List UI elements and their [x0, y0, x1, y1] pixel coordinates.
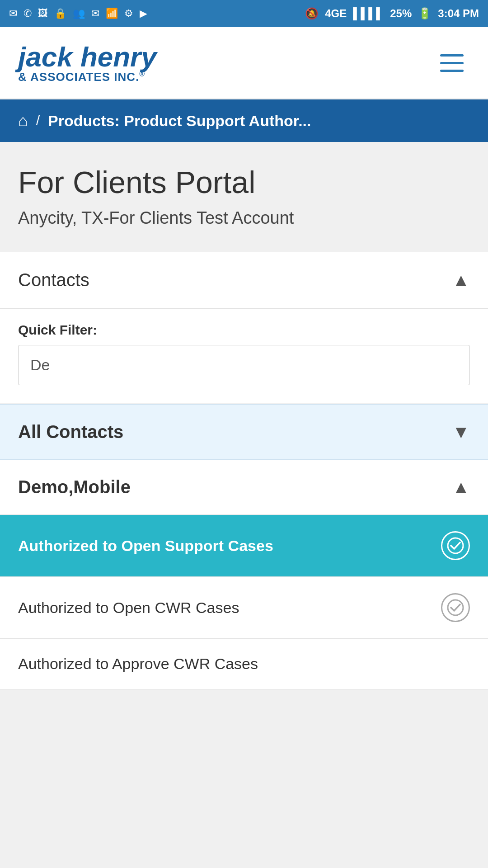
permission-item-support-cases[interactable]: Authorized to Open Support Cases: [0, 515, 488, 577]
time-label: 3:04 PM: [438, 7, 479, 20]
demo-mobile-header[interactable]: Demo,Mobile ▲: [0, 460, 488, 515]
battery-label: 25%: [390, 7, 412, 20]
quick-filter-input[interactable]: [18, 345, 470, 385]
quick-filter-label: Quick Filter:: [18, 322, 470, 338]
network-label: 4GE: [325, 7, 347, 20]
permission-item-approve-cwr[interactable]: Authorized to Approve CWR Cases: [0, 639, 488, 689]
wifi-icon: 📶: [106, 8, 118, 19]
page-title-section: For Clients Portal Anycity, TX-For Clien…: [0, 142, 488, 252]
logo: jack henry & ASSOCIATES INC.®: [18, 43, 157, 83]
demo-mobile-label: Demo,Mobile: [18, 477, 131, 497]
breadcrumb-text: Products: Product Support Author...: [48, 112, 311, 130]
svg-point-0: [448, 538, 463, 553]
call-icon: ✆: [23, 8, 32, 19]
svg-point-1: [448, 600, 463, 615]
permission-cwr-cases-label: Authorized to Open CWR Cases: [18, 599, 239, 617]
status-bar-left: ✉ ✆ 🖼 🔒 👥 ✉ 📶 ⚙ ▶: [9, 8, 147, 19]
demo-mobile-chevron-up-icon: ▲: [452, 477, 470, 497]
image-icon: 🖼: [38, 8, 48, 19]
settings-icon: ⚙: [124, 8, 133, 19]
status-bar-right: 🔕 4GE ▌▌▌▌ 25% 🔋 3:04 PM: [305, 7, 479, 20]
contacts-section: Contacts ▲ Quick Filter:: [0, 252, 488, 403]
page-subtitle: Anycity, TX-For Clients Test Account: [18, 207, 470, 229]
permission-support-cases-label: Authorized to Open Support Cases: [18, 537, 273, 555]
lock-icon: 🔒: [54, 8, 66, 19]
logo-sub: & ASSOCIATES INC.®: [18, 71, 157, 83]
checkmark-cwr-icon: [447, 599, 464, 616]
people-icon: 👥: [73, 8, 85, 19]
hamburger-line-3: [440, 70, 464, 72]
all-contacts-label: All Contacts: [18, 422, 123, 442]
breadcrumb: ⌂ / Products: Product Support Author...: [0, 99, 488, 142]
quick-filter-section: Quick Filter:: [0, 308, 488, 403]
contacts-header[interactable]: Contacts ▲: [0, 252, 488, 308]
hamburger-button[interactable]: [434, 45, 470, 81]
signal-icon: ▌▌▌▌: [353, 7, 384, 20]
all-contacts-chevron-down-icon: ▼: [452, 422, 470, 442]
breadcrumb-separator: /: [36, 113, 40, 128]
page-title: For Clients Portal: [18, 165, 470, 200]
permission-list: Authorized to Open Support Cases Authori…: [0, 515, 488, 689]
mail2-icon: ✉: [91, 8, 99, 19]
mail-icon: ✉: [9, 8, 17, 19]
status-bar: ✉ ✆ 🖼 🔒 👥 ✉ 📶 ⚙ ▶ 🔕 4GE ▌▌▌▌ 25% 🔋 3:04 …: [0, 0, 488, 27]
silent-icon: 🔕: [305, 7, 319, 20]
demo-mobile-section: Demo,Mobile ▲: [0, 460, 488, 515]
hamburger-line-1: [440, 54, 464, 57]
battery-icon: 🔋: [418, 7, 432, 20]
check-circle-cwr-cases: [441, 593, 470, 622]
all-contacts-row[interactable]: All Contacts ▼: [0, 404, 488, 460]
permission-item-cwr-cases[interactable]: Authorized to Open CWR Cases: [0, 577, 488, 639]
permission-approve-cwr-label: Authorized to Approve CWR Cases: [18, 655, 258, 673]
contacts-title: Contacts: [18, 270, 89, 290]
check-circle-support-cases: [441, 531, 470, 560]
header: jack henry & ASSOCIATES INC.®: [0, 27, 488, 99]
home-icon[interactable]: ⌂: [18, 111, 28, 130]
checkmark-support-icon: [447, 537, 464, 554]
logo-jack: jack henry: [18, 43, 157, 71]
hamburger-line-2: [440, 62, 464, 64]
play-icon: ▶: [140, 8, 147, 19]
contacts-chevron-up-icon: ▲: [452, 270, 470, 290]
